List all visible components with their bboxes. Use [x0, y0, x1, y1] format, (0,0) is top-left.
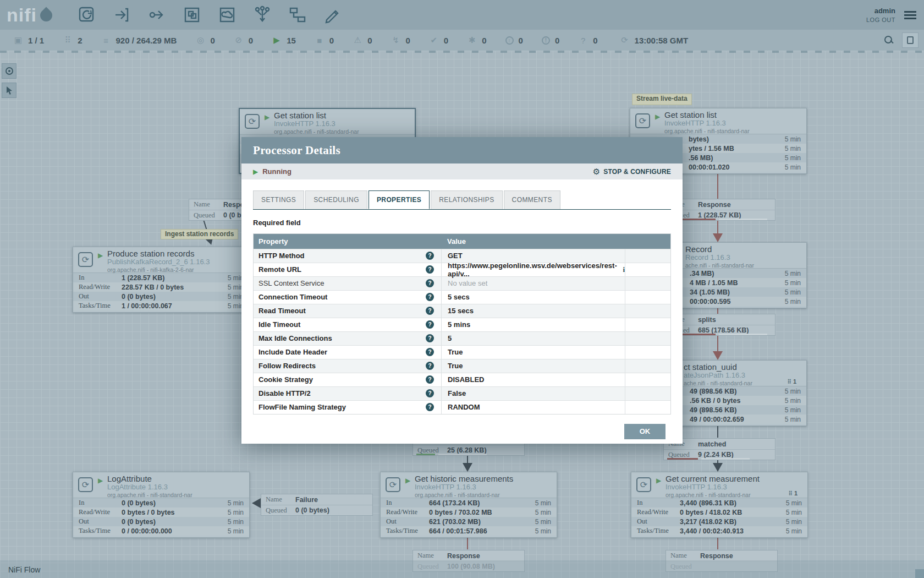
stat-read-write: 228.57 KB / 0 bytes: [122, 283, 184, 291]
property-value[interactable]: 5 secs: [441, 291, 625, 304]
stat-tasks: 1 / 00:00:00.067: [122, 302, 172, 310]
table-row[interactable]: HTTP Method? GET: [254, 249, 670, 263]
property-value[interactable]: RANDOM: [441, 401, 625, 414]
property-value[interactable]: https://www.pegelonline.wsv.de/webservic…: [441, 263, 625, 276]
help-icon[interactable]: ?: [426, 362, 434, 370]
table-row[interactable]: Disable HTTP/2? False: [254, 386, 670, 400]
tab-settings[interactable]: SETTINGS: [253, 190, 304, 209]
input-port-icon[interactable]: [111, 4, 133, 26]
stopped-count: 0: [329, 36, 334, 45]
global-menu-icon[interactable]: [904, 9, 916, 21]
output-port-icon[interactable]: [146, 4, 168, 26]
processor-type: InvokeHTTP 1.16.3: [415, 483, 513, 492]
stat-window: 5 min: [786, 527, 802, 535]
processor-name: Record: [685, 244, 754, 254]
label-icon[interactable]: [322, 4, 344, 26]
property-value[interactable]: True: [441, 346, 625, 359]
row-extra-cell: [625, 387, 670, 400]
stat-label-in: In: [79, 274, 117, 282]
processor-bundle: org.apache.nifi - nifi-standard-nar: [666, 492, 760, 498]
property-value[interactable]: True: [441, 359, 625, 373]
search-icon[interactable]: [884, 36, 893, 45]
stat-window: 5 min: [785, 135, 801, 143]
ok-button[interactable]: OK: [624, 424, 666, 439]
table-row[interactable]: Read Timeout? 15 secs: [254, 304, 670, 318]
connection-queued: 685 (178.56 KB): [698, 326, 749, 334]
help-icon[interactable]: ?: [426, 334, 434, 342]
page-icon: [907, 36, 914, 44]
table-row[interactable]: Connection Timeout? 5 secs: [254, 290, 670, 304]
property-value[interactable]: No value set: [441, 277, 625, 290]
row-extra-cell: [625, 291, 670, 304]
property-value[interactable]: DISABLED: [441, 373, 625, 386]
operate-palette-button[interactable]: [2, 83, 16, 98]
stat-out: 0 (0 bytes): [122, 518, 156, 526]
property-value[interactable]: 5: [441, 332, 625, 345]
table-row[interactable]: Follow Redirects? True: [254, 359, 670, 373]
property-value[interactable]: 5 mins: [441, 318, 625, 331]
remote-process-group-icon[interactable]: [216, 4, 238, 26]
stat-window: 5 min: [228, 509, 244, 516]
refresh-icon[interactable]: ⟳: [620, 35, 630, 45]
help-icon[interactable]: ?: [426, 320, 434, 329]
table-row[interactable]: Remote URL? https://www.pegelonline.wsv.…: [254, 263, 670, 276]
tab-scheduling[interactable]: SCHEDULING: [305, 190, 367, 209]
property-value[interactable]: 15 secs: [441, 304, 625, 318]
stat-tasks: 664 / 00:01:57.986: [429, 527, 487, 535]
template-icon[interactable]: [287, 4, 309, 26]
help-icon[interactable]: ?: [426, 307, 434, 315]
sidebar-toggle-button[interactable]: [902, 32, 919, 48]
help-icon[interactable]: ?: [426, 375, 434, 384]
table-row[interactable]: Include Date Header? True: [254, 345, 670, 359]
last-refresh-time: 13:00:58 GMT: [635, 36, 689, 45]
tab-properties[interactable]: PROPERTIES: [369, 190, 430, 209]
help-icon[interactable]: ?: [426, 279, 434, 287]
help-icon[interactable]: ?: [426, 293, 434, 301]
funnel-icon[interactable]: [251, 4, 273, 26]
canvas-label[interactable]: Ingest station records: [161, 229, 238, 239]
processor-log-attribute[interactable]: ⟳ ▶ LogAttribute LogAttribute 1.16.3 org…: [73, 472, 250, 538]
help-icon[interactable]: ?: [426, 389, 434, 397]
processor-icon[interactable]: [75, 4, 97, 26]
property-value[interactable]: GET: [441, 249, 625, 263]
tab-comments[interactable]: COMMENTS: [504, 190, 560, 209]
tab-relationships[interactable]: RELATIONSHIPS: [431, 190, 502, 209]
table-row[interactable]: Idle Timeout? 5 mins: [254, 318, 670, 331]
stat-window: 5 min: [535, 527, 551, 535]
connection-label-failure[interactable]: NameFailure Queued0 (0 bytes): [261, 494, 373, 516]
property-value-text: https://www.pegelonline.wsv.de/webservic…: [448, 261, 618, 278]
processor-get-historic-measurements[interactable]: ⟳ ▶ Get historic measurements InvokeHTTP…: [380, 472, 557, 538]
stop-and-configure-button[interactable]: ⚙ STOP & CONFIGURE: [593, 167, 671, 177]
processor-produce-station-records[interactable]: ⟳ ▶ Produce station records PublishKafka…: [73, 247, 250, 313]
stat-read-write: .56 KB / 0 bytes: [690, 397, 740, 405]
active-threads-icon: ⠿: [63, 35, 73, 45]
locally-modified-icon: ✱: [467, 35, 477, 45]
invalid-count: 0: [367, 36, 372, 45]
running-icon: ▶: [272, 35, 282, 45]
stat-window: 5 min: [535, 518, 551, 526]
table-row[interactable]: FlowFile Naming Strategy? RANDOM: [254, 400, 670, 414]
help-icon[interactable]: ?: [426, 403, 434, 411]
stat-window: 5 min: [785, 270, 801, 277]
processor-name: Get historic measurements: [415, 474, 513, 483]
row-extra-cell: [625, 373, 670, 386]
connection-name-key: Name: [670, 552, 700, 560]
logout-link[interactable]: LOG OUT: [866, 17, 895, 23]
property-value[interactable]: False: [441, 387, 625, 400]
help-icon[interactable]: ?: [426, 348, 434, 356]
table-row[interactable]: Max Idle Connections? 5: [254, 331, 670, 345]
process-group-icon[interactable]: [181, 4, 203, 26]
table-row[interactable]: Cookie Strategy? DISABLED: [254, 373, 670, 386]
processor-get-current-measurement[interactable]: ⟳ ▶ Get current measurement InvokeHTTP 1…: [631, 472, 808, 538]
processor-type-icon: ⟳: [386, 477, 400, 492]
table-row-partial: [254, 414, 670, 415]
stat-out: 621 (703.02 MB): [429, 518, 481, 526]
table-row[interactable]: SSL Context Service? No value set: [254, 276, 670, 290]
nifi-logo: nifi: [7, 4, 52, 26]
birdseye-corner[interactable]: [915, 569, 924, 578]
canvas-label[interactable]: Stream live-data: [632, 94, 692, 105]
help-icon[interactable]: ?: [426, 252, 434, 260]
breadcrumb[interactable]: NiFi Flow: [8, 565, 40, 574]
help-icon[interactable]: ?: [426, 265, 434, 274]
navigate-palette-button[interactable]: [2, 63, 16, 79]
